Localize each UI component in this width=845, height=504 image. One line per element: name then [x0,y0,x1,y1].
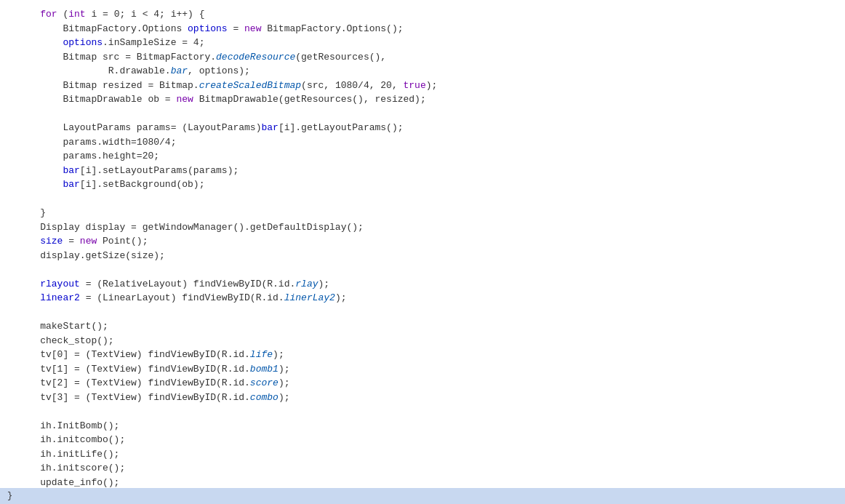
code-line: makeStart(); [15,319,830,334]
code-line [15,263,830,277]
code-line: } [15,206,830,220]
code-line: Bitmap src = BitmapFactory.decodeResourc… [15,50,830,65]
code-line: tv[2] = (TextView) findViewByID(R.id.sco… [15,376,830,391]
closing-brace: } [7,489,12,503]
code-line: bar[i].setLayoutParams(params); [15,164,830,178]
code-line: linear2 = (LinearLayout) findViewByID(R.… [15,291,830,305]
code-line: BitmapDrawable ob = new BitmapDrawable(g… [15,92,830,107]
bottom-status-bar: } [0,488,845,504]
code-line [15,192,830,207]
code-line: Display display = getWindowManager().get… [15,220,830,235]
code-line: R.drawable.bar, options); [15,64,830,79]
code-line: display.getSize(size); [15,249,830,263]
code-line [15,305,830,320]
code-line: LayoutParams params= (LayoutParams)bar[i… [15,121,830,135]
code-line: ih.initLife(); [15,447,830,462]
code-line: options.inSampleSize = 4; [15,36,830,50]
code-line: Bitmap resized = Bitmap.createScaledBitm… [15,79,830,93]
code-line [15,107,830,121]
code-line: check_stop(); [15,334,830,348]
code-line: bar[i].setBackground(ob); [15,177,830,192]
code-line: ih.initscore(); [15,461,830,476]
code-line: BitmapFactory.Options options = new Bitm… [15,22,830,36]
code-line: for (int i = 0; i < 4; i++) { [15,7,830,22]
code-line: ih.InitBomb(); [15,419,830,433]
code-content: for (int i = 0; i < 4; i++) { BitmapFact… [0,7,845,504]
code-line: rlayout = (RelativeLayout) findViewByID(… [15,277,830,292]
code-line: params.width=1080/4; [15,135,830,150]
code-line: params.height=20; [15,149,830,164]
code-line [15,404,830,419]
code-line: size = new Point(); [15,234,830,249]
code-line: tv[1] = (TextView) findViewByID(R.id.bom… [15,362,830,377]
code-line: tv[3] = (TextView) findViewByID(R.id.com… [15,391,830,405]
code-line: tv[0] = (TextView) findViewByID(R.id.lif… [15,348,830,362]
code-line: ih.initcombo(); [15,433,830,447]
code-editor: for (int i = 0; i < 4; i++) { BitmapFact… [0,0,845,504]
